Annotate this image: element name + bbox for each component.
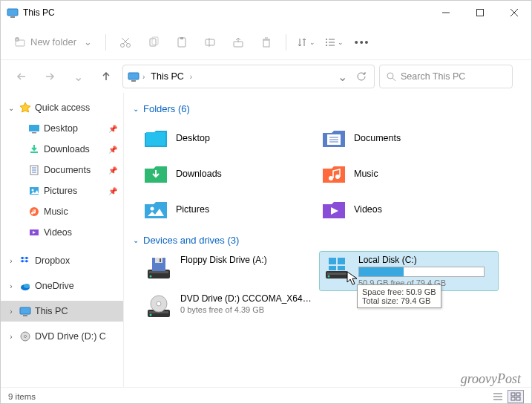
group-header-folders[interactable]: ⌄ Folders (6): [133, 103, 522, 114]
svg-point-75: [157, 302, 161, 306]
up-button[interactable]: [94, 65, 118, 88]
sort-icon: [296, 36, 308, 48]
folder-label: Desktop: [176, 133, 210, 143]
address-bar[interactable]: › This PC › ⌄: [122, 65, 375, 88]
maximize-button[interactable]: [463, 1, 497, 25]
refresh-button[interactable]: [353, 71, 370, 82]
downloads-folder-icon: [143, 161, 168, 186]
sidebar-item-this-pc[interactable]: › This PC: [1, 301, 123, 322]
arrow-right-icon: [45, 71, 55, 82]
svg-rect-82: [516, 397, 520, 400]
tooltip-line: Total size: 79.4 GB: [362, 296, 436, 305]
share-button[interactable]: [225, 29, 252, 56]
sidebar-item-onedrive[interactable]: › OneDrive: [1, 276, 123, 296]
svg-point-49: [24, 336, 27, 338]
chevron-down-icon[interactable]: ⌄: [7, 104, 16, 112]
sidebar-quick-access[interactable]: ⌄ Quick access: [1, 97, 123, 118]
new-folder-icon: +: [14, 36, 26, 48]
drive-progress: [358, 267, 485, 277]
details-view-button[interactable]: [490, 390, 506, 403]
new-folder-label: New folder: [30, 36, 76, 48]
copy-button[interactable]: [140, 29, 167, 56]
svg-line-11: [123, 38, 129, 44]
folder-item-music[interactable]: Music: [320, 156, 498, 192]
more-button[interactable]: •••: [349, 29, 375, 56]
folder-item-desktop[interactable]: Desktop: [142, 120, 320, 156]
sidebar-item-desktop[interactable]: Desktop📌: [1, 118, 123, 139]
svg-line-32: [393, 78, 395, 81]
watermark: groovyPost: [461, 371, 521, 387]
content-pane: ⌄ Folders (6) Desktop Documents Download…: [124, 93, 531, 387]
trash-icon: [260, 36, 272, 48]
rename-button[interactable]: [197, 29, 223, 56]
group-header-drives[interactable]: ⌄ Devices and drives (3): [133, 235, 522, 246]
folder-label: Pictures: [176, 204, 209, 215]
disc-icon: [19, 330, 32, 343]
new-folder-button[interactable]: + New folder ⌄: [7, 30, 99, 54]
sidebar-item-dropbox[interactable]: › Dropbox: [1, 250, 123, 271]
back-button[interactable]: [10, 65, 33, 88]
sidebar-item-label: Music: [44, 206, 68, 217]
svg-rect-63: [160, 258, 161, 262]
sidebar-item-label: OneDrive: [35, 281, 74, 291]
svg-point-23: [326, 39, 327, 40]
breadcrumb[interactable]: This PC: [148, 70, 186, 83]
tiles-view-button[interactable]: [508, 390, 524, 403]
sidebar-item-dvd[interactable]: › DVD Drive (D:) C: [1, 326, 123, 347]
desktop-icon: [27, 122, 41, 135]
chevron-right-icon[interactable]: ›: [142, 73, 145, 81]
svg-point-9: [121, 43, 125, 47]
pin-icon: 📌: [108, 146, 117, 154]
sidebar-item-downloads[interactable]: Downloads📌: [1, 139, 123, 160]
chevron-down-icon: ⌄: [338, 70, 347, 84]
drive-sub: 0 bytes free of 4.39 GB: [180, 305, 317, 314]
folder-item-videos[interactable]: Videos: [320, 192, 498, 227]
recent-button[interactable]: ⌄: [66, 65, 90, 88]
svg-rect-68: [338, 258, 345, 264]
cut-button[interactable]: [112, 29, 139, 56]
folder-item-downloads[interactable]: Downloads: [142, 156, 320, 192]
sidebar-item-music[interactable]: Music: [1, 201, 123, 222]
svg-point-45: [24, 284, 30, 288]
search-input[interactable]: Search This PC: [379, 65, 513, 88]
svg-text:+: +: [16, 37, 19, 42]
forward-button[interactable]: [38, 65, 62, 88]
sidebar-item-videos[interactable]: Videos: [1, 222, 123, 243]
chevron-right-icon[interactable]: ›: [7, 257, 16, 265]
onedrive-icon: [19, 279, 32, 293]
svg-point-10: [127, 43, 131, 47]
folder-label: Videos: [354, 204, 382, 215]
tooltip-line: Space free: 50.9 GB: [362, 287, 436, 296]
chevron-right-icon[interactable]: ›: [7, 282, 16, 290]
drive-item-dvd[interactable]: DVD Drive (D:) CCCOMA_X64FRE_EN-US_DV9 0…: [142, 290, 320, 325]
pin-icon: 📌: [108, 166, 117, 175]
drive-item-floppy[interactable]: Floppy Disk Drive (A:): [142, 252, 320, 290]
group-title: Devices and drives (3): [143, 235, 239, 246]
svg-point-73: [150, 314, 152, 316]
address-history-button[interactable]: ⌄: [335, 70, 350, 84]
svg-rect-70: [338, 266, 345, 270]
chevron-right-icon[interactable]: ›: [7, 333, 16, 341]
sort-button[interactable]: ⌄: [292, 29, 319, 56]
folder-item-documents[interactable]: Documents: [320, 120, 498, 156]
pictures-icon: [27, 184, 41, 198]
chevron-right-icon[interactable]: ›: [7, 307, 16, 316]
view-button[interactable]: ⌄: [321, 29, 347, 56]
videos-icon: [27, 226, 41, 239]
refresh-icon: [356, 71, 367, 82]
svg-rect-17: [206, 39, 214, 45]
sidebar-item-pictures[interactable]: Pictures📌: [1, 180, 123, 201]
svg-point-56: [335, 175, 340, 179]
sidebar-item-documents[interactable]: Documents📌: [1, 160, 123, 180]
svg-rect-81: [511, 397, 515, 400]
minimize-button[interactable]: [429, 1, 463, 25]
delete-button[interactable]: [253, 29, 280, 56]
close-button[interactable]: [497, 1, 531, 25]
svg-rect-33: [29, 125, 39, 131]
sidebar-item-label: Dropbox: [35, 255, 70, 266]
svg-point-24: [326, 42, 327, 43]
folder-item-pictures[interactable]: Pictures: [142, 192, 320, 227]
paste-button[interactable]: [168, 29, 195, 56]
chevron-right-icon[interactable]: ›: [190, 73, 192, 81]
sidebar-item-label: This PC: [35, 306, 68, 316]
